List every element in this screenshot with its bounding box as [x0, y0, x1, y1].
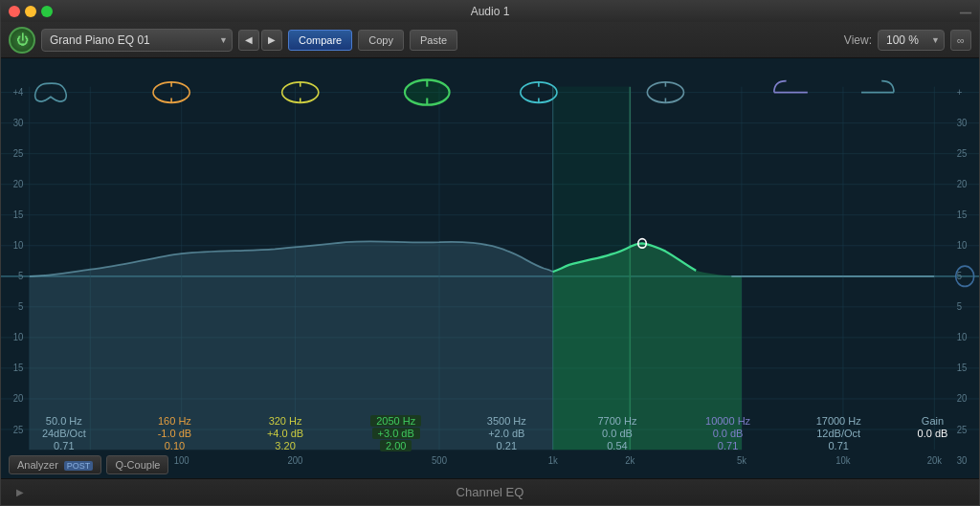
svg-text:5: 5 [18, 301, 24, 313]
band-3-freq: 320 Hz [269, 415, 302, 427]
compare-button[interactable]: Compare [288, 30, 352, 51]
svg-text:5: 5 [957, 301, 963, 313]
band-5-q: 0.21 [497, 440, 517, 451]
band-4-freq: 2050 Hz [370, 415, 421, 427]
band-3-db: +4.0 dB [267, 428, 303, 439]
view-label: View: [844, 33, 872, 47]
bottom-buttons: Analyzer POST Q-Couple [9, 455, 168, 474]
svg-text:10: 10 [13, 332, 24, 343]
power-button[interactable]: ⏻ [9, 27, 35, 54]
band-5-freq: 3500 Hz [487, 415, 526, 427]
band-6-info[interactable]: 7700 Hz 0.0 dB 0.54 [562, 415, 673, 451]
next-preset-button[interactable]: ▶ [261, 30, 282, 51]
svg-text:10: 10 [957, 240, 968, 252]
svg-text:+4: +4 [12, 87, 23, 99]
svg-text:10: 10 [13, 240, 24, 252]
preset-selector-wrapper: Grand Piano EQ 01 ▼ [41, 29, 233, 52]
band-7-info[interactable]: 10000 Hz 0.0 dB 0.71 [673, 415, 784, 451]
svg-text:200: 200 [287, 454, 302, 466]
power-icon: ⏻ [16, 33, 29, 47]
band-8-q: 0.71 [828, 440, 848, 451]
window-title: Audio 1 [471, 5, 510, 18]
svg-text:25: 25 [957, 148, 968, 160]
svg-text:20: 20 [957, 179, 968, 190]
band-2-q: 0.10 [165, 440, 185, 451]
svg-text:20: 20 [957, 393, 968, 405]
band-7-freq: 10000 Hz [705, 415, 750, 427]
q-couple-button[interactable]: Q-Couple [106, 455, 168, 474]
band-7-db: 0.0 dB [713, 428, 744, 439]
gain-value: 0.0 dB [918, 428, 948, 439]
svg-text:30: 30 [13, 118, 24, 129]
band-1-freq: 50.0 Hz [46, 415, 82, 427]
svg-text:25: 25 [13, 148, 24, 160]
band-4-q: 2.00 [380, 440, 412, 451]
band-1-info[interactable]: 50.0 Hz 24dB/Oct 0.71 [9, 415, 120, 451]
link-button[interactable]: ∞ [950, 30, 971, 51]
band-8-info[interactable]: 17000 Hz 12dB/Oct 0.71 [783, 415, 894, 451]
copy-button[interactable]: Copy [358, 30, 404, 51]
svg-text:15: 15 [13, 363, 24, 374]
paste-button[interactable]: Paste [410, 30, 457, 51]
svg-text:2k: 2k [625, 454, 635, 466]
band-2-info[interactable]: 160 Hz -1.0 dB 0.10 [120, 415, 231, 451]
svg-text:20: 20 [13, 393, 24, 405]
svg-text:5: 5 [957, 271, 963, 282]
band-4-db: +3.0 dB [372, 428, 420, 439]
analyzer-button[interactable]: Analyzer POST [9, 455, 101, 474]
svg-text:15: 15 [957, 363, 968, 374]
maximize-button[interactable] [41, 6, 53, 17]
gain-label: Gain [922, 415, 944, 427]
window-controls [9, 6, 53, 17]
view-selector[interactable]: 100 % [878, 30, 945, 51]
band-5-db: +2.0 dB [488, 428, 524, 439]
band-3-info[interactable]: 320 Hz +4.0 dB 3.20 [230, 415, 341, 451]
svg-text:100: 100 [174, 454, 189, 466]
preset-selector[interactable]: Grand Piano EQ 01 [41, 29, 233, 52]
svg-text:20k: 20k [927, 454, 943, 466]
band-4-info[interactable]: 2050 Hz +3.0 dB 2.00 [341, 415, 452, 451]
nav-buttons: ◀ ▶ [238, 30, 282, 51]
svg-text:15: 15 [957, 209, 968, 221]
toolbar: ⏻ Grand Piano EQ 01 ▼ ◀ ▶ Compare Copy P… [1, 22, 979, 58]
post-badge: POST [64, 461, 94, 471]
svg-text:+: + [957, 87, 963, 99]
svg-text:20: 20 [13, 179, 24, 190]
band-1-db: 24dB/Oct [42, 428, 86, 439]
band-8-freq: 17000 Hz [816, 415, 861, 427]
band-info-row: 50.0 Hz 24dB/Oct 0.71 160 Hz -1.0 dB 0.1… [1, 415, 979, 451]
prev-preset-button[interactable]: ◀ [238, 30, 259, 51]
footer: ▶ Channel EQ [1, 478, 979, 505]
gain-info[interactable]: Gain 0.0 dB [894, 415, 971, 451]
band-5-info[interactable]: 3500 Hz +2.0 dB 0.21 [452, 415, 563, 451]
band-6-freq: 7700 Hz [597, 415, 636, 427]
band-6-q: 0.54 [607, 440, 627, 451]
plugin-title: Channel EQ [457, 485, 524, 499]
svg-text:30: 30 [957, 118, 968, 129]
svg-text:500: 500 [432, 454, 447, 466]
svg-text:5: 5 [18, 271, 24, 282]
eq-display[interactable]: +4 30 25 20 15 10 5 5 10 15 20 25 + 30 2… [1, 58, 979, 478]
resize-icon: ━━ [960, 3, 971, 20]
svg-text:5k: 5k [737, 454, 747, 466]
minimize-button[interactable] [25, 6, 36, 17]
svg-text:1k: 1k [548, 454, 559, 466]
band-6-db: 0.0 dB [602, 428, 633, 439]
main-window: Audio 1 ━━ ⏻ Grand Piano EQ 01 ▼ ◀ ▶ Com… [0, 0, 980, 506]
link-icon: ∞ [957, 34, 965, 46]
band-8-db: 12dB/Oct [816, 428, 860, 439]
svg-text:10k: 10k [835, 454, 851, 466]
band-2-freq: 160 Hz [158, 415, 191, 427]
play-icon: ▶ [16, 487, 24, 497]
svg-text:30: 30 [957, 454, 968, 466]
band-2-db: -1.0 dB [158, 428, 191, 439]
svg-text:15: 15 [13, 209, 24, 221]
svg-text:10: 10 [957, 332, 968, 343]
band-7-q: 0.71 [718, 440, 738, 451]
title-bar: Audio 1 ━━ [1, 1, 979, 22]
band-3-q: 3.20 [275, 440, 295, 451]
band-1-q: 0.71 [54, 440, 74, 451]
close-button[interactable] [9, 6, 20, 17]
view-selector-wrapper: 100 % ▼ [878, 30, 945, 51]
